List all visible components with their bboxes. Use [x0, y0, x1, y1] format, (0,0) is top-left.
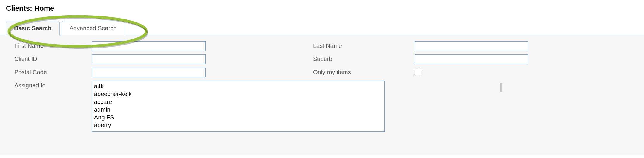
assigned-to-select[interactable]: a4k abeecher-kelk accare admin Ang FS ap… [92, 81, 385, 132]
scrollbar-thumb[interactable] [500, 83, 502, 92]
suburb-input[interactable] [415, 54, 528, 64]
page-title: Clients: Home [0, 0, 644, 13]
list-item[interactable]: accare [94, 98, 383, 106]
label-suburb: Suburb [313, 54, 412, 63]
only-my-items-checkbox[interactable] [415, 69, 421, 75]
list-item[interactable]: a4k [94, 82, 383, 90]
tab-basic-search[interactable]: Basic Search [6, 21, 60, 35]
label-only-my-items: Only my items [313, 68, 412, 76]
last-name-input[interactable] [415, 41, 528, 51]
list-item[interactable]: Ang FS [94, 113, 383, 121]
client-id-input[interactable] [92, 54, 206, 64]
label-client-id: Client ID [14, 54, 89, 63]
label-assigned-to: Assigned to [14, 81, 89, 89]
search-tabs: Basic Search Advanced Search [6, 21, 644, 35]
label-first-name: First Name [14, 41, 89, 49]
postal-code-input[interactable] [92, 68, 206, 77]
label-postal-code: Postal Code [14, 68, 89, 76]
list-item[interactable]: abeecher-kelk [94, 90, 383, 98]
list-item[interactable]: aperry [94, 121, 383, 129]
search-form: First Name Last Name Client ID Suburb Po… [0, 41, 644, 132]
tab-advanced-search[interactable]: Advanced Search [62, 21, 125, 35]
search-panel: First Name Last Name Client ID Suburb Po… [0, 35, 644, 155]
first-name-input[interactable] [92, 41, 206, 51]
list-item[interactable]: admin [94, 106, 383, 113]
label-last-name: Last Name [313, 41, 412, 49]
